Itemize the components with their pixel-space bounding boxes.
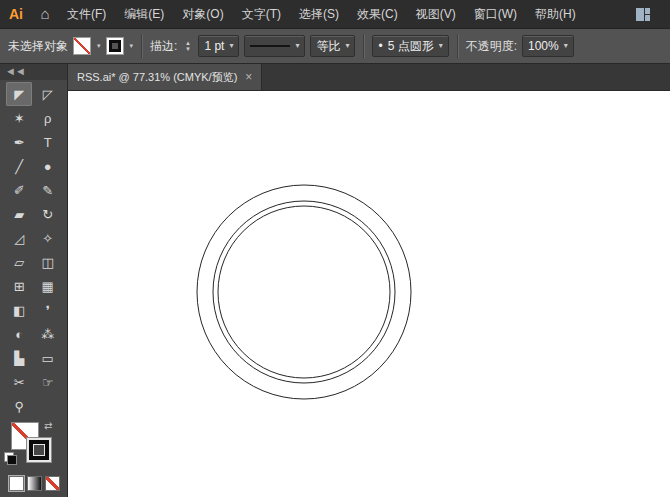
control-bar: 未选择对象 ▾ ▾ 描边: ▲ ▼ 1 pt ▾ ▾ 等比 ▾ • 5 点圆形 … <box>0 29 670 64</box>
width-tool[interactable]: ✧ <box>35 226 61 250</box>
magic-wand-tool[interactable]: ✶ <box>6 106 32 130</box>
pen-tool[interactable]: ✒ <box>6 130 32 154</box>
ellipse-icon: ● <box>44 160 52 173</box>
scale-icon: ◿ <box>14 232 24 245</box>
eraser-tool[interactable]: ▰ <box>6 202 32 226</box>
magic-wand-icon: ✶ <box>14 112 25 125</box>
select-menu[interactable]: 选择(S) <box>290 0 348 28</box>
line-icon: ╱ <box>15 160 23 173</box>
effect-menu[interactable]: 效果(C) <box>348 0 407 28</box>
document-area: RSS.ai* @ 77.31% (CMYK/预览) × <box>68 64 670 497</box>
column-graph-tool[interactable]: ▙ <box>6 346 32 370</box>
help-menu[interactable]: 帮助(H) <box>526 0 585 28</box>
perspective-grid-tool[interactable]: ⊞ <box>6 274 32 298</box>
fill-dropdown-arrow-icon[interactable]: ▾ <box>97 42 101 50</box>
opacity-select[interactable]: 100% ▾ <box>522 35 574 57</box>
stroke-weight-select[interactable]: 1 pt ▾ <box>198 35 239 57</box>
eraser-icon: ▰ <box>14 208 24 221</box>
close-tab-icon[interactable]: × <box>245 70 252 84</box>
view-menu[interactable]: 视图(V) <box>407 0 465 28</box>
gradient-button[interactable] <box>27 476 42 491</box>
mesh-icon: ▦ <box>42 280 54 293</box>
gradient-tool[interactable]: ◧ <box>6 298 32 322</box>
symbol-sprayer-tool[interactable]: ⁂ <box>35 322 61 346</box>
workspace-grid-icon <box>636 8 650 21</box>
menu-bar: Ai ⌂ 文件(F)编辑(E)对象(O)文字(T)选择(S)效果(C)视图(V)… <box>0 0 670 29</box>
opacity-label: 不透明度: <box>466 38 517 55</box>
chevron-down-icon: ▾ <box>439 42 443 50</box>
stepper-up-icon[interactable]: ▲ <box>182 41 193 46</box>
separator <box>363 34 364 58</box>
slice-tool[interactable]: ✂ <box>6 370 32 394</box>
hand-tool[interactable]: ☞ <box>35 370 61 394</box>
swap-fill-stroke-icon[interactable]: ⇄ <box>44 420 52 431</box>
mesh-tool[interactable]: ▦ <box>35 274 61 298</box>
circle-path[interactable] <box>197 185 411 399</box>
home-icon[interactable]: ⌂ <box>32 0 58 28</box>
canvas[interactable] <box>68 91 670 497</box>
fill-stroke-indicator: ⇄ <box>0 422 67 470</box>
chevron-down-icon: ▾ <box>345 42 349 50</box>
window-menu[interactable]: 窗口(W) <box>465 0 526 28</box>
menu-items: 文件(F)编辑(E)对象(O)文字(T)选择(S)效果(C)视图(V)窗口(W)… <box>58 0 585 28</box>
lasso-icon: ρ <box>44 112 51 125</box>
type-icon: T <box>44 136 52 149</box>
artboard-tool[interactable]: ▭ <box>35 346 61 370</box>
document-tab[interactable]: RSS.ai* @ 77.31% (CMYK/预览) × <box>68 64 262 90</box>
pen-nib-icon: ✒ <box>14 136 25 149</box>
symbol-sprayer-icon: ⁂ <box>41 328 54 341</box>
paintbrush-tool[interactable]: ✐ <box>6 178 32 202</box>
pencil-tool[interactable]: ✎ <box>35 178 61 202</box>
free-transform-icon: ▱ <box>14 256 24 269</box>
shape-builder-tool[interactable]: ◫ <box>35 250 61 274</box>
fill-color-swatch[interactable] <box>73 37 91 55</box>
circle-path[interactable] <box>218 206 390 378</box>
column-graph-icon: ▙ <box>14 352 24 365</box>
file-menu[interactable]: 文件(F) <box>58 0 115 28</box>
type-menu[interactable]: 文字(T) <box>233 0 290 28</box>
stroke-line-preview-icon <box>250 45 290 47</box>
direct-selection-tool[interactable]: ◸ <box>35 82 61 106</box>
width-profile-select[interactable]: 等比 ▾ <box>310 35 355 57</box>
circle-path[interactable] <box>213 201 395 383</box>
tools-panel: ◄◄ ◤◸✶ρ✒T╱●✐✎▰↻◿✧▱◫⊞▦◧❜◐⁂▙▭✂☞⚲ ⇄ <box>0 64 68 497</box>
width-icon: ✧ <box>42 232 53 245</box>
eyedropper-tool[interactable]: ❜ <box>35 298 61 322</box>
stroke-style-select[interactable]: ▾ <box>244 35 305 57</box>
paint-mode-buttons <box>0 470 67 491</box>
type-tool[interactable]: T <box>35 130 61 154</box>
stroke-dropdown-arrow-icon[interactable]: ▾ <box>130 42 134 50</box>
collapse-panel-icon[interactable]: ◄◄ <box>0 64 67 80</box>
chevron-down-icon: ▾ <box>295 42 299 50</box>
stroke-weight-stepper[interactable]: ▲ ▼ <box>182 41 193 52</box>
stepper-down-icon[interactable]: ▼ <box>182 47 193 52</box>
edit-menu[interactable]: 编辑(E) <box>115 0 173 28</box>
direct-selection-arrow-icon: ◸ <box>43 88 53 101</box>
app-logo[interactable]: Ai <box>0 0 32 28</box>
free-transform-tool[interactable]: ▱ <box>6 250 32 274</box>
blend-tool[interactable]: ◐ <box>6 322 32 346</box>
stroke-weight-value: 1 pt <box>204 39 224 53</box>
stroke-color-swatch[interactable] <box>106 37 124 55</box>
selection-status: 未选择对象 <box>8 38 68 55</box>
artwork-svg <box>68 91 670 497</box>
zoom-tool[interactable]: ⚲ <box>6 394 32 418</box>
default-fill-stroke-icon[interactable] <box>4 452 17 465</box>
none-button[interactable] <box>45 476 60 491</box>
brush-definition-select[interactable]: • 5 点圆形 ▾ <box>372 35 448 57</box>
workspace-switcher-icon[interactable] <box>628 0 658 28</box>
ellipse-tool[interactable]: ● <box>35 154 61 178</box>
stroke-swatch[interactable] <box>26 437 52 463</box>
separator <box>457 34 458 58</box>
rotate-tool[interactable]: ↻ <box>35 202 61 226</box>
slice-icon: ✂ <box>14 376 25 389</box>
selection-tool[interactable]: ◤ <box>6 82 32 106</box>
scale-tool[interactable]: ◿ <box>6 226 32 250</box>
hand-icon: ☞ <box>42 376 54 389</box>
artboard-icon: ▭ <box>42 352 54 365</box>
lasso-tool[interactable]: ρ <box>35 106 61 130</box>
stroke-weight-label: 描边: <box>150 38 177 55</box>
object-menu[interactable]: 对象(O) <box>173 0 232 28</box>
line-segment-tool[interactable]: ╱ <box>6 154 32 178</box>
color-button[interactable] <box>9 476 24 491</box>
